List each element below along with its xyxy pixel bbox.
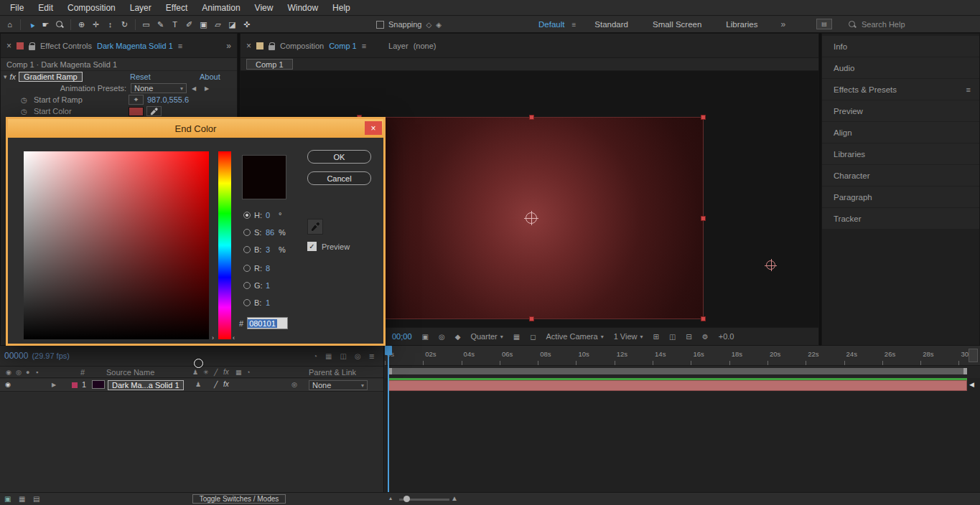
channels-icon[interactable]: ◆ <box>455 333 461 341</box>
solid-layer-gradient[interactable] <box>360 118 703 318</box>
layer-duration-bar[interactable] <box>388 380 967 391</box>
transparency-grid-icon[interactable]: ◻ <box>530 333 536 341</box>
field-value[interactable]: 86 <box>266 228 279 237</box>
layer-end-marker-icon[interactable]: ◀ <box>969 381 974 388</box>
selection-handle[interactable] <box>701 316 706 321</box>
panel-tracker[interactable]: Tracker <box>822 208 979 229</box>
menu-item[interactable]: Layer <box>123 0 159 16</box>
shape-tool-icon[interactable]: ▭ <box>139 18 153 31</box>
layer-expander-icon[interactable]: ▶ <box>52 382 56 388</box>
panel-align[interactable]: Align <box>822 122 979 143</box>
layer-name[interactable]: Dark Ma...a Solid 1 <box>108 380 184 390</box>
zoom-tool-icon[interactable] <box>53 18 67 31</box>
lock-icon[interactable] <box>29 45 35 50</box>
panel-info[interactable]: Info <box>822 36 979 57</box>
panel-preview[interactable]: Preview <box>822 100 979 121</box>
reset-link[interactable]: Reset <box>130 72 151 81</box>
composition-mini-flowchart-icon[interactable]: ◔ <box>313 352 317 360</box>
presets-dropdown[interactable]: None ▾ <box>131 83 187 93</box>
panel-audio[interactable]: Audio <box>822 57 979 78</box>
close-icon[interactable]: × <box>6 41 11 51</box>
effect-controls-tab-target[interactable]: Dark Magenta Solid 1 <box>97 42 173 50</box>
selection-handle[interactable] <box>701 115 706 120</box>
layer-label-chip[interactable] <box>72 382 78 388</box>
start-color-swatch[interactable] <box>129 107 144 116</box>
eyedropper-button[interactable] <box>307 219 323 235</box>
source-name-column[interactable]: Source Name <box>106 368 154 377</box>
draft-3d-icon[interactable]: ▦ <box>325 352 332 360</box>
resolution-dropdown[interactable]: Quarter ▾ <box>470 332 503 341</box>
layer-shy-icon[interactable]: ♟ <box>195 381 201 388</box>
ramp-end-point-icon[interactable] <box>766 260 775 270</box>
home-icon[interactable]: ⌂ <box>3 18 17 31</box>
composition-tab-label[interactable]: Composition <box>280 42 324 50</box>
field-value[interactable]: 3 <box>266 245 279 254</box>
roto-brush-tool-icon[interactable]: ◪ <box>225 18 239 31</box>
layer-quality-icon[interactable]: ╱ <box>214 381 218 388</box>
stopwatch-icon[interactable]: ◷ <box>21 96 27 104</box>
anchor-point-icon[interactable] <box>526 212 537 224</box>
radio-button[interactable] <box>243 246 251 253</box>
workspace-menu-icon[interactable]: ≡ <box>571 21 576 29</box>
hex-input[interactable]: 080101 <box>247 317 288 329</box>
frame-blending-icon[interactable]: ◎ <box>355 352 361 360</box>
menu-item[interactable]: Animation <box>195 0 247 16</box>
field-value[interactable]: 8 <box>266 264 279 273</box>
menu-item[interactable]: File <box>3 0 31 16</box>
color-cursor[interactable] <box>194 359 203 368</box>
layer-fx-icon[interactable]: fx <box>223 380 229 388</box>
panel-libraries[interactable]: Libraries <box>822 143 979 164</box>
workspace-libraries[interactable]: Libraries <box>717 20 773 29</box>
graph-editor-icon[interactable]: ▦ <box>19 495 25 503</box>
close-icon[interactable]: × <box>246 41 251 51</box>
radio-button[interactable] <box>243 282 251 289</box>
parent-link-column[interactable]: Parent & Link <box>309 368 356 377</box>
motion-blur-icon[interactable]: ≣ <box>369 352 375 360</box>
parent-pickwhip-icon[interactable]: ◎ <box>291 381 297 388</box>
saturation-brightness-field[interactable] <box>24 151 209 339</box>
hue-strip[interactable] <box>218 151 231 339</box>
frame-blending-toggle-icon[interactable]: ▣ <box>4 495 11 503</box>
radio-button[interactable] <box>243 265 251 272</box>
exposure-value[interactable]: +0.0 <box>719 332 734 341</box>
menu-item[interactable]: Composition <box>60 0 123 16</box>
panel-effects-presets[interactable]: Effects & Presets≡ <box>822 79 979 100</box>
type-tool-icon[interactable]: T <box>168 18 182 31</box>
tab-overflow-icon[interactable]: » <box>226 41 231 51</box>
menu-item[interactable]: Effect <box>159 0 195 16</box>
selection-handle[interactable] <box>701 216 706 221</box>
parent-dropdown[interactable]: None ▾ <box>309 380 368 390</box>
zoom-in-mountain-icon[interactable]: ▲ <box>451 494 458 502</box>
point-picker-icon[interactable]: ⌖ <box>129 95 144 105</box>
dialog-close-button[interactable]: × <box>365 121 382 135</box>
field-value[interactable]: 0 <box>266 211 279 220</box>
brush-tool-icon[interactable]: ✐ <box>182 18 196 31</box>
work-area-bar[interactable] <box>388 368 967 374</box>
toggle-switches-modes-button[interactable]: Toggle Switches / Modes <box>192 494 286 504</box>
puppet-pin-tool-icon[interactable]: ✜ <box>240 18 253 31</box>
fast-previews-icon[interactable]: ◫ <box>669 333 676 341</box>
panel-menu-icon[interactable]: ≡ <box>362 42 366 50</box>
panel-menu-icon[interactable]: ≡ <box>966 85 971 94</box>
camera-dropdown[interactable]: Active Camera ▾ <box>546 332 604 341</box>
solid-color-swatch[interactable] <box>92 380 105 389</box>
hand-tool-icon[interactable]: ☛ <box>39 18 52 31</box>
lock-icon[interactable] <box>269 45 275 50</box>
field-value[interactable]: 1 <box>266 281 279 290</box>
workspace-overflow-icon[interactable]: » <box>773 19 793 29</box>
clone-stamp-tool-icon[interactable]: ▣ <box>197 18 210 31</box>
pan-tool-icon[interactable]: ✛ <box>89 18 103 31</box>
radio-button[interactable] <box>243 299 251 306</box>
menu-item[interactable]: Window <box>280 0 325 16</box>
prev-preset-icon[interactable]: ◀ <box>192 85 196 92</box>
preview-checkbox[interactable]: ✓ <box>307 242 317 251</box>
playhead-handle[interactable] <box>385 346 392 355</box>
comp-marker-bin[interactable] <box>969 349 978 362</box>
workspace-standard[interactable]: Standard <box>586 20 644 29</box>
composition-tab-target[interactable]: Comp 1 <box>329 42 357 50</box>
selection-tool-icon[interactable]: ▲ <box>24 18 38 31</box>
effect-name[interactable]: Gradient Ramp <box>19 72 83 82</box>
view-layout-dropdown[interactable]: 1 View ▾ <box>614 332 643 341</box>
layer-row[interactable]: ◉ ▶ 1 Dark Ma...a Solid 1 ♟ ╱ fx ◎ None … <box>0 379 383 392</box>
menu-item[interactable]: Edit <box>31 0 60 16</box>
